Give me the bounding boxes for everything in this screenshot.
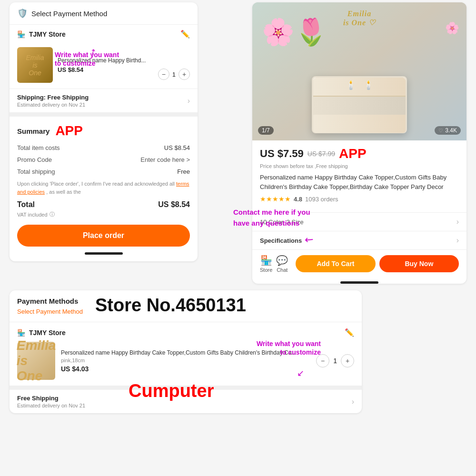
app-label-2: APP [339,146,367,161]
total-shipping-val: Free [177,168,190,175]
edit-icon-2[interactable]: ✏️ [345,328,354,337]
store-left-2: 🏪 TJMY Store [17,329,66,337]
summary-item-costs-row: Total item costs US $8.54 [17,144,190,151]
store-icon: 🏪 [17,30,25,38]
summary-section: Summary APP Total item costs US $8.54 Pr… [10,113,198,261]
top-right-panel: 🌸🌷 Emiliais One ♡ 🕯️🕯️ 🌸 1/7 ♡ 3.4K US $… [252,2,466,284]
payment-icon: 🛡️ [17,8,28,19]
app-label-1: APP [55,123,83,139]
store-number-overlay: Store No.4650131 [95,295,246,316]
specs-label: Specifications [260,237,302,244]
store-btn-label: Store [260,267,272,273]
shipping-sub: Estimated delivery on Nov 21 [17,102,89,108]
bottom-divider [85,252,123,255]
product-image-container: 🌸🌷 Emiliais One ♡ 🕯️🕯️ 🌸 1/7 ♡ 3.4K [252,2,466,140]
top-left-panel: 🛡️ Select Payment Method 🏪 TJMY Store ✏️… [10,2,198,261]
store-header: 🏪 TJMY Store ✏️ [10,25,198,43]
product-quantity-2: − 1 + [316,354,354,367]
store-icon-2: 🏪 [17,329,25,337]
image-counter-badge: 1/7 [258,126,274,135]
price-note: Price shown before tax ,Free shipping [260,163,459,169]
chat-btn-label: Chat [277,267,288,273]
product-image-2: Emiliais One [17,342,55,380]
chat-btn-icon: 💬 [276,255,288,266]
orders-count: 1093 orders [305,196,338,203]
stars-icon: ★★★★★ [260,195,291,203]
shipping-row[interactable]: Shipping: Free Shipping Estimated delive… [10,89,198,112]
add-to-cart-button[interactable]: Add To Cart [296,255,375,272]
store-name-2: TJMY Store [29,329,66,337]
store-section: 🏪 TJMY Store ✏️ Emiliais One Personalize… [10,25,198,113]
product-quantity: − 1 + [158,69,190,80]
qty-number: 1 [172,71,176,78]
shipping-arrow-icon-2: › [352,397,354,406]
shipping-info-2: Free Shipping Estimated delivery on Nov … [17,395,85,408]
store-name: TJMY Store [29,30,66,38]
store-header-2: 🏪 TJMY Store ✏️ [17,328,354,337]
qty-number-2: 1 [333,357,337,365]
terms-note-after: , as well as the [46,189,81,195]
vat-note: VAT included ⓘ [17,211,190,218]
customize-label-2: Write what you wantto customize [257,339,321,357]
store-left: 🏪 TJMY Store [17,30,66,38]
contact-overlay-label: Contact me here if you have any question… [233,207,328,228]
payment-title: Select Payment Method [31,10,107,18]
promo-code-row: Promo Code Enter code here > [17,156,190,163]
edit-icon[interactable]: ✏️ [180,30,190,39]
store-btn-icon: 🏪 [260,255,272,266]
total-item-costs-val: US $8.54 [164,144,190,151]
flowers-decoration: 🌸🌷 [262,17,327,48]
store-button[interactable]: 🏪 Store [260,255,272,273]
product-image-text: Emiliais One [26,54,44,77]
original-price: US $7.99 [307,150,335,158]
price-row: US $7.59 US $7.99 APP [260,146,459,161]
cake-candles: 🕯️🕯️ [346,80,374,90]
promo-code-label: Promo Code [17,156,52,163]
product-image: Emiliais One [17,47,53,83]
shipping-title: Shipping: Free Shipping [17,94,89,101]
shipping-sub-2: Estimated delivery on Nov 21 [17,403,85,408]
options-arrow-icon: › [456,218,459,226]
specs-row[interactable]: Specifications › [252,231,466,249]
product-row: Emiliais One Personalized name Happy Bir… [10,43,198,89]
total-shipping-row: Total shipping Free [17,168,190,175]
vat-text: VAT included [17,212,48,218]
cake-body: 🕯️🕯️ [312,76,407,133]
info-icon: ⓘ [50,211,55,218]
total-label: Total [17,200,35,209]
qty-increase-btn[interactable]: + [178,69,190,80]
total-row: Total US $8.54 [17,200,190,209]
terms-note-before: Upon clicking 'Place order', I confirm I… [17,181,175,187]
likes-badge: ♡ 3.4K [435,126,461,135]
flower-right: 🌸 [445,21,459,35]
product-description: Personalized name Happy Birthday Cake To… [260,173,459,191]
total-shipping-label: Total shipping [17,168,55,175]
total-item-costs-label: Total item costs [17,144,60,151]
promo-code-val[interactable]: Enter code here > [140,156,190,163]
qty-decrease-btn[interactable]: − [158,69,169,80]
likes-count: 3.4K [445,127,457,134]
buy-now-button[interactable]: Buy Now [379,255,459,272]
computer-label-overlay: Cumputer [129,381,214,401]
product-image-inner: Emiliais One [17,47,53,83]
product-price-2: US $4.03 [61,365,354,373]
payment-header: 🛡️ Select Payment Method [10,2,198,25]
cake-middle [313,97,406,115]
total-amount: US $8.54 [158,200,190,209]
current-price: US $7.59 [260,148,304,160]
store-section-2: 🏪 TJMY Store ✏️ Emiliais One Personalize… [10,322,362,386]
heart-icon: ♡ [438,128,443,134]
product-detail: US $7.59 US $7.99 APP Price shown before… [252,140,466,212]
action-bar: 🏪 Store 💬 Chat Add To Cart Buy Now [252,249,466,278]
shipping-info: Shipping: Free Shipping Estimated delive… [17,94,89,108]
qty-increase-btn-2[interactable]: + [341,354,354,367]
bottom-divider-right [340,281,378,284]
product-row-2: Emiliais One Personalized name Happy Bir… [17,342,354,380]
chat-button[interactable]: 💬 Chat [276,255,288,273]
place-order-button[interactable]: Place order [17,225,190,247]
shipping-arrow-icon: › [188,97,190,105]
specs-arrow-icon: › [456,236,459,245]
customize-arrow-icon-2: ↙ [297,368,304,378]
cake-bottom [313,115,406,133]
product-sub-2: pink,18cm [61,357,354,363]
